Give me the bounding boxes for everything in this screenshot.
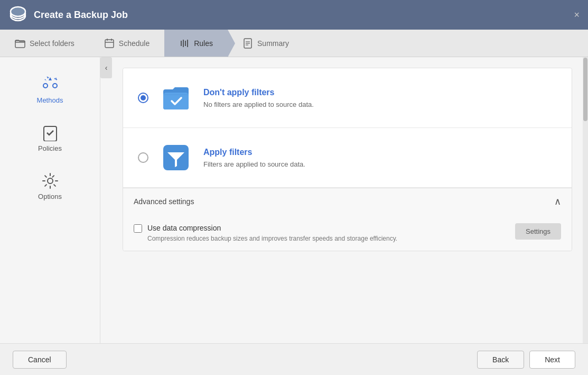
back-button[interactable]: Back xyxy=(477,351,524,369)
options-icon xyxy=(42,172,59,189)
main-layout: Methods Policies Options ‹ xyxy=(0,57,588,343)
step-schedule-label: Schedule xyxy=(119,39,150,48)
step-schedule[interactable]: Schedule xyxy=(89,30,164,57)
svg-point-17 xyxy=(53,84,57,88)
svg-rect-4 xyxy=(105,40,114,48)
sidebar-policies-label: Policies xyxy=(38,144,62,152)
advanced-content: Use data compression Compression reduces… xyxy=(123,215,572,251)
svg-rect-24 xyxy=(164,93,188,109)
footer: Cancel Back Next xyxy=(0,343,588,375)
apply-filters-text: Apply filters Filters are applied to sou… xyxy=(203,148,305,168)
radio-apply-filters[interactable] xyxy=(138,152,148,163)
no-filters-icon xyxy=(159,81,193,115)
option-apply-filters[interactable]: Apply filters Filters are applied to sou… xyxy=(123,128,572,188)
compression-text: Use data compression Compression reduces… xyxy=(147,223,397,242)
svg-point-16 xyxy=(43,84,48,88)
sidebar-options-label: Options xyxy=(38,193,62,200)
step-schedule-icon xyxy=(104,38,115,49)
option-no-filters[interactable]: Don't apply filters No filters are appli… xyxy=(123,68,572,128)
no-filters-title: Don't apply filters xyxy=(203,88,314,97)
advanced-settings-header[interactable]: Advanced settings ∧ xyxy=(123,188,572,215)
advanced-settings-title: Advanced settings xyxy=(134,197,194,206)
app-icon xyxy=(8,5,27,24)
scrollbar-track[interactable] xyxy=(583,57,588,343)
svg-point-23 xyxy=(48,178,53,184)
settings-button[interactable]: Settings xyxy=(515,223,561,240)
compression-row: Use data compression Compression reduces… xyxy=(134,223,561,242)
back-arrow[interactable]: ‹ xyxy=(100,57,112,78)
no-filters-desc: No filters are applied to source data. xyxy=(203,100,314,108)
svg-line-20 xyxy=(56,79,57,80)
radio-no-filters[interactable] xyxy=(138,93,148,103)
methods-icon xyxy=(41,75,59,93)
content-area: Don't apply filters No filters are appli… xyxy=(112,57,583,343)
close-button[interactable]: × xyxy=(574,10,580,20)
apply-filters-icon xyxy=(159,141,193,175)
no-filters-text: Don't apply filters No filters are appli… xyxy=(203,88,314,108)
step-summary-label: Summary xyxy=(257,39,289,48)
svg-point-2 xyxy=(11,7,25,16)
options-panel: Don't apply filters No filters are appli… xyxy=(123,68,572,251)
step-folders-label: Select folders xyxy=(30,39,74,48)
policies-icon xyxy=(42,124,59,141)
window-title: Create a Backup Job xyxy=(34,10,128,21)
apply-filters-desc: Filters are applied to source data. xyxy=(203,160,305,168)
steps-bar: Select folders Schedule Rules Summary xyxy=(0,30,588,57)
advanced-settings-section: Advanced settings ∧ Use data compression… xyxy=(123,188,572,251)
sidebar: Methods Policies Options xyxy=(0,57,100,343)
sidebar-item-methods[interactable]: Methods xyxy=(0,68,100,112)
step-summary[interactable]: Summary xyxy=(228,30,304,57)
cancel-button[interactable]: Cancel xyxy=(13,351,67,369)
svg-rect-3 xyxy=(15,41,25,48)
scrollbar-thumb[interactable] xyxy=(583,58,587,121)
svg-line-18 xyxy=(54,78,55,79)
title-bar: Create a Backup Job × xyxy=(0,0,588,30)
title-bar-left: Create a Backup Job xyxy=(8,5,128,24)
step-rules-icon xyxy=(179,38,190,49)
next-button[interactable]: Next xyxy=(529,351,575,369)
step-rules-label: Rules xyxy=(194,39,213,48)
footer-right: Back Next xyxy=(477,351,575,369)
sidebar-methods-label: Methods xyxy=(37,96,63,104)
compression-checkbox[interactable] xyxy=(134,224,142,233)
sidebar-item-options[interactable]: Options xyxy=(0,165,100,208)
step-summary-icon xyxy=(242,38,253,49)
collapse-icon: ∧ xyxy=(554,196,561,207)
apply-filters-title: Apply filters xyxy=(203,148,305,157)
compression-label[interactable]: Use data compression xyxy=(147,224,221,232)
sidebar-item-policies[interactable]: Policies xyxy=(0,117,100,160)
step-rules[interactable]: Rules xyxy=(164,30,228,57)
step-select-folders[interactable]: Select folders xyxy=(0,30,89,57)
svg-line-21 xyxy=(45,79,46,81)
compression-desc: Compression reduces backup sizes and imp… xyxy=(147,235,397,242)
step-folders-icon xyxy=(15,38,25,49)
